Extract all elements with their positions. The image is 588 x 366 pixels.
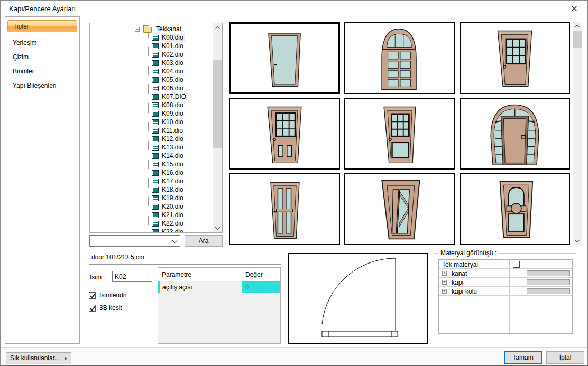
settings-nav-sidebar: Tipler Yerleşim Çizim Birimler Yapı Bile… [5, 16, 80, 344]
name-input[interactable] [112, 271, 152, 282]
sidebar-item-tipler[interactable]: Tipler [7, 20, 77, 32]
door-swing-plan-preview [288, 253, 428, 344]
dialog-title: Kapı/Pencere Ayarları [9, 5, 76, 13]
parameter-row[interactable]: açılış açısı 0 [158, 281, 280, 293]
door-drawing-diagonal-lite [345, 174, 454, 244]
door-file-icon [152, 111, 159, 117]
tree-guide-line [121, 23, 121, 232]
tree-guide-line [148, 25, 149, 232]
door-preview-nine-lite-two-panels[interactable] [229, 98, 340, 170]
door-preview-double-vertical-lite[interactable] [229, 173, 340, 245]
door-drawing-arch-lite-panel [461, 174, 569, 244]
tree-scrollbar[interactable] [213, 23, 222, 232]
search-button[interactable]: Ara [185, 235, 223, 247]
close-icon[interactable]: ✕ [568, 3, 580, 15]
door-drawing-nine-lite-glass-panel [345, 99, 454, 168]
material-swatch-kanat[interactable] [527, 270, 570, 276]
door-file-icon [152, 229, 159, 233]
material-swatch-kapi[interactable] [527, 279, 570, 285]
door-drawing-nine-lite [461, 23, 569, 93]
material-table: Tek materyal + kanat + kapı + kapı kolu [438, 259, 573, 334]
door-window-settings-dialog: Kapı/Pencere Ayarları ✕ Tipler Yerleşim … [0, 0, 588, 366]
sidebar-item-cizim[interactable]: Çizim [7, 51, 77, 63]
sidebar-item-yerlesim[interactable]: Yerleşim [7, 37, 77, 49]
door-file-icon [152, 221, 159, 227]
scroll-up-icon[interactable] [213, 23, 222, 32]
title-bar: Kapı/Pencere Ayarları ✕ [1, 1, 587, 16]
sidebar-item-yapi-bilesenleri[interactable]: Yapı Bileşenleri [7, 80, 77, 92]
door-file-icon [152, 43, 159, 49]
expand-icon[interactable]: + [442, 271, 447, 276]
door-file-icon [152, 162, 159, 167]
single-material-checkbox[interactable] [513, 261, 520, 268]
scroll-up-icon[interactable] [573, 22, 582, 31]
material-swatch-kapi-kolu[interactable] [527, 288, 570, 294]
material-row-kanat[interactable]: + kanat [439, 269, 572, 278]
parameter-table: Parametre Değer açılış açısı 0 [158, 267, 281, 344]
parameter-name-cell[interactable]: açılış açısı [158, 281, 242, 293]
door-file-icon [152, 77, 159, 83]
3b-kesit-checkbox[interactable] [89, 305, 96, 312]
material-row-kapi[interactable]: + kapı [439, 278, 572, 287]
single-material-row[interactable]: Tek materyal [439, 260, 572, 269]
name-label: İsim : [90, 274, 105, 281]
door-description: door 101/213.5 cm [89, 252, 281, 265]
door-preview-diagonal-lite[interactable] [344, 173, 455, 245]
door-file-icon [152, 153, 159, 159]
tree-guide-line [107, 23, 107, 232]
expand-icon[interactable]: + [442, 289, 447, 294]
door-drawing-double-vertical-lite [230, 174, 339, 244]
scroll-down-icon[interactable] [573, 236, 582, 245]
parameter-value-cell[interactable]: 0 [242, 281, 280, 293]
column-divider [242, 268, 242, 343]
collapse-icon[interactable]: − [135, 27, 140, 32]
door-file-icon [152, 69, 159, 74]
door-file-icon [152, 195, 159, 201]
folder-icon [143, 27, 152, 33]
door-drawing-arched-glazed [345, 23, 454, 93]
footer-bar: Sık kullanılanlar... Tamam İptal [1, 348, 587, 365]
door-preview-plain[interactable] [229, 22, 340, 94]
door-file-icon [152, 187, 159, 193]
door-file-icon [152, 212, 159, 218]
door-preview-arched-glazed[interactable] [344, 22, 455, 94]
door-file-icon [152, 102, 159, 108]
door-file-icon [152, 170, 159, 176]
door-file-icon [152, 94, 159, 100]
column-header-parametre: Parametre [162, 271, 191, 278]
tree-folder-label[interactable]: Tekkanat [155, 25, 182, 33]
door-swing-drawing [289, 254, 427, 343]
favorites-button[interactable]: Sık kullanılanlar... [6, 352, 71, 364]
door-preview-arched-sidelites[interactable] [460, 98, 570, 170]
door-file-icon [152, 60, 159, 66]
sidebar-item-birimler[interactable]: Birimler [7, 65, 77, 78]
door-preview-nine-lite-glass-panel[interactable] [344, 98, 455, 170]
door-file-icon [152, 35, 159, 41]
door-preview-arch-lite-panel[interactable] [460, 173, 570, 245]
chevron-down-icon[interactable] [172, 238, 178, 243]
door-preview-nine-lite[interactable] [460, 22, 570, 94]
type-tree: − Tekkanat K00.dio K01.dio K02.dio K03.d… [89, 23, 223, 233]
door-drawing-arched-sidelites [461, 99, 569, 168]
material-row-kapi-kolu[interactable]: + kapı kolu [439, 287, 572, 296]
tree-scrollbar-thumb[interactable] [213, 60, 222, 148]
door-file-icon [152, 52, 159, 58]
door-grid-scrollbar[interactable] [573, 22, 582, 245]
expand-icon[interactable]: + [442, 280, 447, 285]
cancel-button[interactable]: İptal [546, 351, 584, 364]
door-file-icon [152, 119, 159, 125]
material-group: Materyal görünüşü : Tek materyal + kanat… [435, 253, 576, 337]
door-drawing-plain [231, 24, 338, 92]
door-file-icon [152, 204, 159, 210]
scroll-down-icon[interactable] [213, 223, 222, 232]
door-file-icon [152, 128, 159, 134]
expand-right-icon [65, 356, 67, 361]
door-grid-scrollbar-thumb[interactable] [573, 31, 582, 48]
ok-button[interactable]: Tamam [504, 351, 542, 364]
door-file-icon [152, 136, 159, 142]
material-group-label: Materyal görünüşü : [438, 249, 499, 257]
isimlendir-checkbox[interactable] [89, 292, 96, 299]
search-combobox[interactable] [89, 235, 180, 247]
door-drawing-nine-lite-two-panels [230, 99, 339, 168]
door-file-icon [152, 179, 159, 184]
